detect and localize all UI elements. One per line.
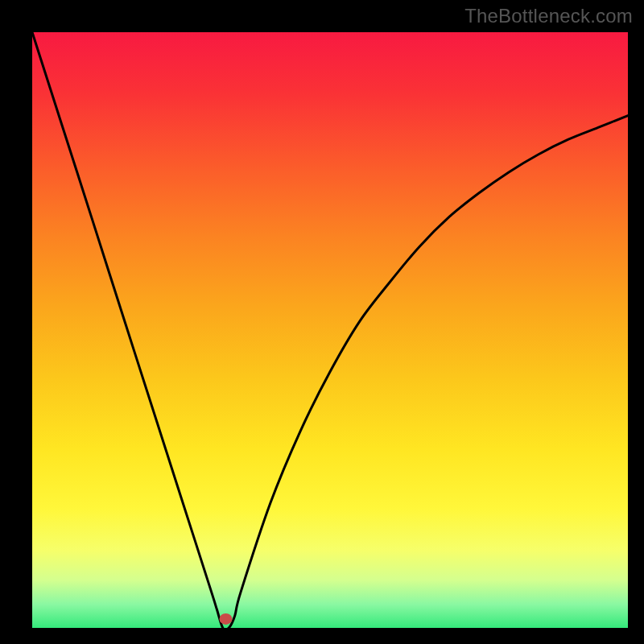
watermark-label: TheBottleneck.com	[464, 5, 633, 27]
chart-frame: TheBottleneck.com	[0, 0, 644, 644]
gradient-plot-area	[32, 32, 628, 628]
plot-svg	[32, 32, 628, 628]
gradient-background	[32, 32, 628, 628]
minimum-marker-icon	[220, 613, 233, 625]
